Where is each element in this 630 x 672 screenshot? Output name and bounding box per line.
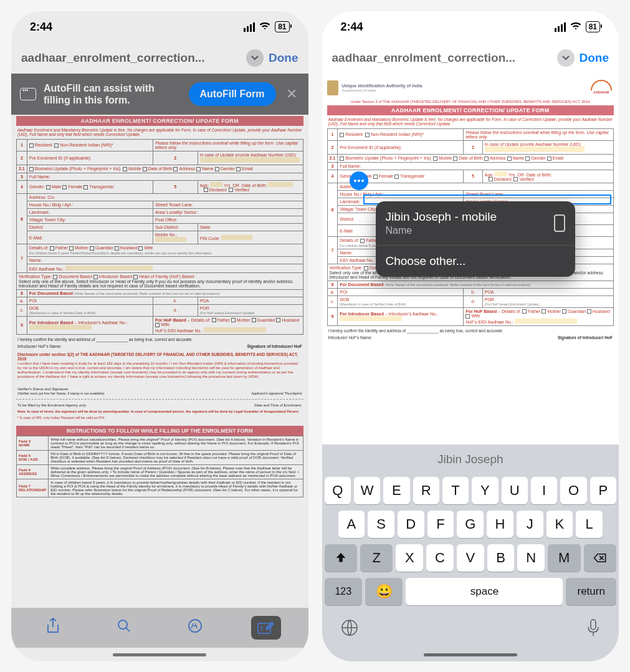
key-z[interactable]: Z — [360, 544, 393, 572]
wifi-icon — [259, 21, 271, 34]
key-n[interactable]: N — [517, 544, 545, 572]
globe-icon[interactable] — [341, 619, 358, 640]
dictation-icon[interactable] — [586, 618, 600, 641]
share-icon[interactable] — [38, 618, 68, 638]
instructions-title: INSTRUCTIONS TO FOLLOW WHILE FILLING UP … — [16, 426, 303, 436]
search-icon[interactable] — [109, 618, 139, 637]
key-v[interactable]: V — [457, 544, 484, 572]
document-title: aadhaar_enrolment_correction... — [332, 51, 552, 65]
autofill-choose-other[interactable]: Choose other... — [376, 245, 575, 277]
key-a[interactable]: A — [338, 511, 365, 538]
title-menu-button[interactable] — [557, 49, 575, 67]
battery-icon: 81 — [586, 21, 600, 32]
numbers-key[interactable]: 123 — [325, 578, 362, 605]
key-l[interactable]: L — [576, 511, 603, 538]
nav-header: aadhaar_enrolment_correction... Done — [322, 42, 619, 74]
key-d[interactable]: D — [398, 511, 424, 538]
key-u[interactable]: U — [502, 477, 528, 504]
key-g[interactable]: G — [457, 511, 484, 538]
instructions-table: Field 3NAMEWrite full name without salut… — [16, 436, 303, 497]
nav-header: aadhaar_enrolment_correction... Done — [11, 42, 308, 74]
form-title: AADHAAR ENROLMENT/ CORRECTION/ UPDATE FO… — [327, 105, 614, 115]
key-e[interactable]: E — [383, 477, 409, 504]
aadhaar-logo-icon: AADHAAR — [589, 80, 614, 96]
wifi-icon — [570, 21, 582, 34]
pdf-document[interactable]: Unique Identification Authority of India… — [322, 74, 619, 444]
return-key[interactable]: return — [566, 578, 616, 605]
key-b[interactable]: B — [487, 544, 515, 572]
bottom-toolbar — [11, 608, 308, 648]
battery-icon: 81 — [275, 21, 289, 32]
key-w[interactable]: W — [354, 477, 380, 504]
markup-stamp-icon[interactable] — [180, 618, 210, 637]
clock: 2:44 — [30, 21, 52, 34]
autofill-bubble-icon[interactable] — [350, 171, 368, 190]
status-bar: 2:44 81 — [11, 11, 308, 42]
form-icon — [20, 88, 36, 100]
backspace-key[interactable] — [584, 544, 616, 572]
key-s[interactable]: S — [368, 511, 394, 538]
document-title: aadhaar_enrolment_correction... — [21, 51, 241, 65]
clock: 2:44 — [341, 21, 363, 34]
status-bar: 2:44 81 — [322, 11, 619, 42]
edit-form-icon[interactable] — [251, 616, 281, 640]
shift-key[interactable] — [325, 544, 357, 572]
form-note: Aadhaar Enrolment and Mandatory Biometri… — [17, 128, 302, 137]
key-y[interactable]: Y — [472, 477, 498, 504]
key-k[interactable]: K — [546, 511, 573, 538]
autofill-banner: AutoFill can assist with filling in this… — [11, 74, 308, 115]
key-i[interactable]: I — [531, 477, 557, 504]
key-p[interactable]: P — [590, 477, 616, 504]
key-o[interactable]: O — [560, 477, 586, 504]
device-icon — [554, 214, 565, 232]
key-j[interactable]: J — [517, 511, 543, 538]
cellular-icon — [244, 22, 255, 32]
done-button[interactable]: Done — [269, 51, 298, 65]
autofill-popover: Jibin Joseph - mobileName Choose other..… — [376, 201, 575, 277]
cellular-icon — [555, 22, 566, 32]
form-table: 1Resident Non-Resident Indian (NRI)*Plea… — [16, 139, 303, 335]
key-x[interactable]: X — [396, 544, 423, 572]
form-title-cut: AADHAAR ENROLMENT/ CORRECTION/ UPDATE FO… — [16, 116, 303, 126]
key-c[interactable]: C — [426, 544, 454, 572]
pdf-document[interactable]: AADHAAR ENROLMENT/ CORRECTION/ UPDATE FO… — [11, 115, 308, 608]
banner-text: AutoFill can assist with filling in this… — [44, 82, 181, 106]
key-m[interactable]: M — [548, 544, 580, 572]
svg-rect-4 — [591, 620, 596, 630]
phone-left: 2:44 81 aadhaar_enrolment_correction... … — [11, 11, 308, 661]
keyboard: Jibin Joseph QWERTYUIOP ASDFGHJKL ZXCVBN… — [322, 444, 619, 661]
emoji-key[interactable]: 😀 — [365, 578, 403, 605]
space-key[interactable]: space — [406, 578, 563, 605]
key-h[interactable]: H — [487, 511, 513, 538]
key-r[interactable]: R — [413, 477, 439, 504]
close-icon[interactable]: ✕ — [284, 86, 300, 102]
autofill-option-contact[interactable]: Jibin Joseph - mobileName — [376, 201, 575, 245]
done-button[interactable]: Done — [580, 51, 609, 65]
keyboard-suggestion[interactable]: Jibin Joseph — [322, 444, 619, 474]
phone-right: 2:44 81 aadhaar_enrolment_correction... … — [322, 11, 619, 661]
title-menu-button[interactable] — [246, 49, 264, 67]
home-indicator[interactable] — [322, 648, 619, 661]
key-f[interactable]: F — [427, 511, 454, 538]
autofill-form-button[interactable]: AutoFill Form — [189, 82, 276, 106]
home-indicator[interactable] — [11, 648, 308, 661]
key-t[interactable]: T — [442, 477, 469, 504]
emblem-icon — [327, 80, 338, 95]
key-q[interactable]: Q — [325, 477, 351, 504]
svg-point-0 — [118, 620, 127, 629]
